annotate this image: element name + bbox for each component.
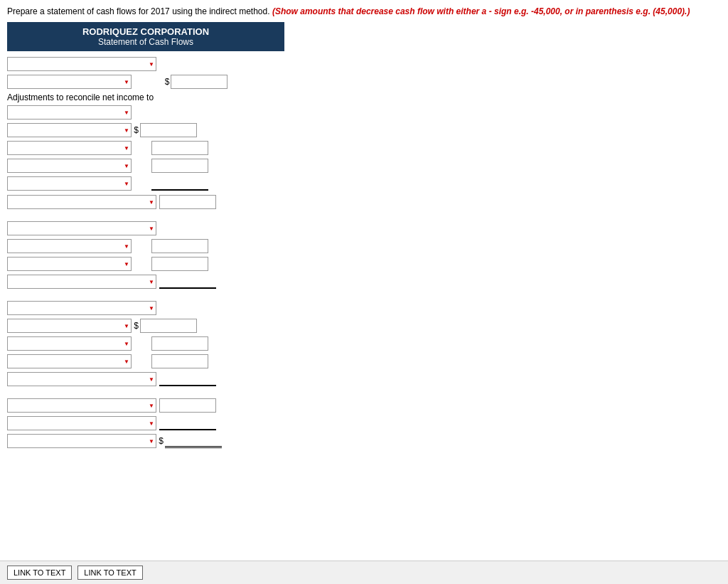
row-20: $	[7, 434, 721, 448]
row-11	[7, 257, 721, 271]
dropdown-17-wrapper[interactable]	[7, 372, 156, 386]
input-5[interactable]	[151, 176, 208, 191]
row-2: $	[7, 75, 721, 89]
row-18	[7, 398, 721, 413]
dropdown-14[interactable]	[7, 319, 132, 333]
dropdown-20-wrapper[interactable]	[7, 434, 156, 448]
row-1	[7, 57, 721, 71]
dollar-sign-2: $	[132, 125, 139, 135]
row-5	[7, 141, 721, 155]
input-4[interactable]	[151, 159, 208, 173]
dropdown-12-wrapper[interactable]	[7, 275, 156, 289]
dropdown-11-wrapper[interactable]	[7, 257, 132, 271]
row-14: $	[7, 319, 721, 333]
dropdown-19-wrapper[interactable]	[7, 416, 156, 430]
dropdown-12[interactable]	[7, 275, 156, 289]
row-9	[7, 221, 721, 235]
dropdown-1-wrapper[interactable]	[7, 57, 156, 71]
row-16	[7, 354, 721, 368]
input-13[interactable]	[159, 372, 216, 386]
input-15[interactable]	[159, 416, 216, 430]
row-7	[7, 176, 721, 191]
dropdown-7-wrapper[interactable]	[7, 176, 132, 191]
dropdown-5[interactable]	[7, 141, 132, 155]
dropdown-18[interactable]	[7, 398, 156, 413]
dropdown-9-wrapper[interactable]	[7, 221, 156, 235]
row-12	[7, 275, 721, 289]
row-4: $	[7, 123, 721, 137]
row-10	[7, 239, 721, 253]
dropdown-13-wrapper[interactable]	[7, 301, 156, 315]
dropdown-11[interactable]	[7, 257, 132, 271]
dropdown-16[interactable]	[7, 354, 132, 368]
dropdown-19[interactable]	[7, 416, 156, 430]
row-8	[7, 195, 721, 209]
input-6[interactable]	[159, 195, 216, 209]
dropdown-5-wrapper[interactable]	[7, 141, 132, 155]
row-6	[7, 159, 721, 173]
input-14[interactable]	[159, 398, 216, 413]
dropdown-16-wrapper[interactable]	[7, 354, 132, 368]
input-8[interactable]	[151, 257, 208, 271]
dollar-sign-1: $	[132, 77, 169, 87]
dropdown-10-wrapper[interactable]	[7, 239, 132, 253]
dropdown-13[interactable]	[7, 301, 156, 315]
dropdown-14-wrapper[interactable]	[7, 319, 132, 333]
dollar-sign-3: $	[132, 321, 139, 331]
input-1[interactable]	[171, 75, 228, 89]
dropdown-1[interactable]	[7, 57, 156, 71]
dropdown-2-wrapper[interactable]	[7, 75, 132, 89]
dropdown-10[interactable]	[7, 239, 132, 253]
dollar-sign-4: $	[156, 436, 164, 446]
dropdown-8[interactable]	[7, 195, 156, 209]
instruction-normal: Prepare a statement of cash flows for 20…	[7, 6, 270, 16]
input-16[interactable]	[165, 434, 222, 448]
row-3	[7, 105, 721, 120]
dropdown-20[interactable]	[7, 434, 156, 448]
form-area: $ Adjustments to reconcile net income to…	[0, 57, 728, 448]
dropdown-4-wrapper[interactable]	[7, 123, 132, 137]
corp-subtitle: Statement of Cash Flows	[14, 37, 277, 47]
dropdown-4[interactable]	[7, 123, 132, 137]
row-15	[7, 336, 721, 351]
link-to-text-1[interactable]: LINK TO TEXT	[7, 566, 72, 580]
input-10[interactable]	[140, 319, 197, 333]
row-19	[7, 416, 721, 430]
dropdown-3-wrapper[interactable]	[7, 105, 132, 120]
dropdown-3[interactable]	[7, 105, 132, 120]
dropdown-18-wrapper[interactable]	[7, 398, 156, 413]
corp-name: RODRIQUEZ CORPORATION	[14, 26, 277, 37]
input-11[interactable]	[151, 336, 208, 351]
input-7[interactable]	[151, 239, 208, 253]
input-12[interactable]	[151, 354, 208, 368]
corp-header: RODRIQUEZ CORPORATION Statement of Cash …	[7, 22, 284, 51]
dropdown-7[interactable]	[7, 176, 132, 191]
dropdown-9[interactable]	[7, 221, 156, 235]
bottom-bar: LINK TO TEXT LINK TO TEXT	[0, 561, 728, 584]
input-9[interactable]	[159, 275, 216, 289]
dropdown-15[interactable]	[7, 336, 132, 351]
instruction-red: (Show amounts that decrease cash flow wi…	[272, 6, 690, 16]
dropdown-6-wrapper[interactable]	[7, 159, 132, 173]
row-17	[7, 372, 721, 386]
dropdown-17[interactable]	[7, 372, 156, 386]
adj-label: Adjustments to reconcile net income to	[7, 92, 721, 102]
dropdown-6[interactable]	[7, 159, 132, 173]
dropdown-15-wrapper[interactable]	[7, 336, 132, 351]
link-to-text-2[interactable]: LINK TO TEXT	[77, 566, 142, 580]
dropdown-2[interactable]	[7, 75, 132, 89]
input-2[interactable]	[140, 123, 197, 137]
row-13	[7, 301, 721, 315]
instruction-area: Prepare a statement of cash flows for 20…	[0, 0, 728, 22]
input-3[interactable]	[151, 141, 208, 155]
dropdown-8-wrapper[interactable]	[7, 195, 156, 209]
